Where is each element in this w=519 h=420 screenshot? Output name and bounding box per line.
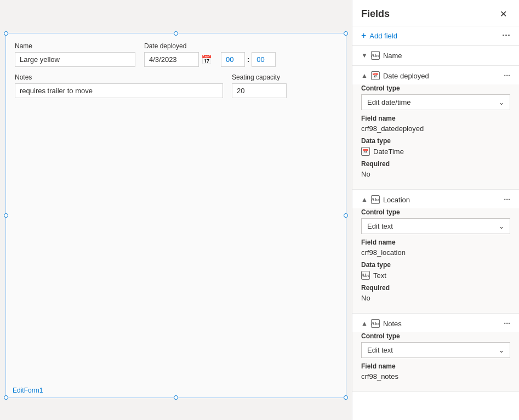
field-section-date-deployed: ▲ 📅 Date deployed ··· Control type Edit … [352,66,519,190]
resize-handle-top-right[interactable] [344,31,348,36]
location-label: Location [383,196,410,204]
notes-section-header[interactable]: ▲ Abc Notes ··· [352,314,519,332]
notes-field: Notes [15,73,223,98]
resize-handle-mid-left[interactable] [4,213,8,218]
required-row-loc: Required No [361,284,510,302]
date-deployed-field: Date deployed 📅 [144,42,212,67]
control-type-row: Control type Edit date/time ⌄ [361,84,510,110]
data-type-label-loc: Data type [361,261,510,269]
data-type-text-date: DateTime [373,147,404,156]
field-name-value-loc: crf98_location [361,248,510,257]
form-row-2: Notes Seating capacity [15,73,337,98]
field-name-label: Field name [361,115,510,122]
add-field-label: Add field [369,32,397,40]
dropdown-chevron-icon-notes: ⌄ [499,347,504,354]
required-value-loc: No [361,294,510,302]
required-row-date: Required No [361,160,510,178]
field-section-notes: ▲ Abc Notes ··· Control type Edit text ⌄… [352,314,519,392]
resize-handle-top-center[interactable] [174,31,178,36]
time-field: : [221,42,276,67]
seating-capacity-label: Seating capacity [232,73,287,81]
form-inner: Name Date deployed 📅 : [6,33,346,113]
data-type-text-loc: Text [373,271,386,280]
date-input[interactable] [144,52,199,67]
control-type-value-loc: Edit text [367,222,393,230]
resize-handle-bot-center[interactable] [174,395,178,400]
field-name-label-notes: Field name [361,362,510,370]
more-options-icon[interactable]: ··· [502,31,510,41]
notes-section-label: Notes [383,320,402,328]
form-area: Name Date deployed 📅 : [0,0,352,420]
form-label: EditForm1 [13,387,43,394]
location-more-icon[interactable]: ··· [504,196,510,203]
location-section-header[interactable]: ▲ Abc Location ··· [352,190,519,208]
field-name-row: Field name crf98_datedeployed [361,115,510,133]
panel-header: Fields ✕ [352,0,519,26]
time-hour-input[interactable] [221,52,245,67]
control-type-dropdown-loc[interactable]: Edit text ⌄ [361,218,510,234]
required-label-date: Required [361,160,510,168]
control-type-dropdown-notes[interactable]: Edit text ⌄ [361,342,510,358]
panel-title: Fields [361,8,390,20]
data-type-value-loc: Abc Text [361,271,510,280]
location-title: ▲ Abc Location [361,195,410,204]
location-body: Control type Edit text ⌄ Field name crf9… [352,208,519,313]
data-type-row-loc: Data type Abc Text [361,261,510,280]
location-type-icon: Abc [371,195,380,204]
date-wrapper: 📅 [144,52,212,67]
date-deployed-label: Date deployed [383,72,429,80]
time-wrapper: : [221,52,276,67]
seating-capacity-input[interactable] [232,83,287,98]
resize-handle-top-left[interactable] [4,31,8,36]
name-input[interactable] [15,52,135,67]
name-chevron-icon: ▼ [361,52,368,59]
location-chevron-icon: ▲ [361,196,368,203]
field-name-row-notes: Field name crf98_notes [361,362,510,381]
form-canvas: Name Date deployed 📅 : [5,33,346,398]
notes-type-icon: Abc [371,319,380,328]
required-label-loc: Required [361,284,510,292]
control-type-label-notes: Control type [361,332,510,340]
control-type-label: Control type [361,84,510,92]
control-type-dropdown[interactable]: Edit date/time ⌄ [361,94,510,110]
field-name-row-loc: Field name crf98_location [361,239,510,257]
resize-handle-bot-left[interactable] [4,395,8,400]
name-type-icon: Abc [371,51,380,60]
field-section-location: ▲ Abc Location ··· Control type Edit tex… [352,190,519,314]
date-deployed-title: ▲ 📅 Date deployed [361,71,429,80]
notes-input[interactable] [15,83,223,98]
resize-handle-bot-right[interactable] [344,395,348,400]
field-name-value-notes: crf98_notes [361,372,510,381]
add-field-button[interactable]: + Add field [361,31,397,41]
date-deployed-body: Control type Edit date/time ⌄ Field name… [352,84,519,189]
data-type-icon-loc: Abc [361,271,370,280]
time-separator: : [247,55,249,64]
date-deployed-section-header[interactable]: ▲ 📅 Date deployed ··· [352,66,519,84]
control-type-row-loc: Control type Edit text ⌄ [361,208,510,234]
data-type-value-date: 📅 DateTime [361,147,510,156]
field-section-name[interactable]: ▼ Abc Name [352,46,519,66]
control-type-value-notes: Edit text [367,346,393,354]
panel-scroll[interactable]: ▼ Abc Name ▲ 📅 Date deployed ··· Control… [352,46,519,420]
control-type-row-notes: Control type Edit text ⌄ [361,332,510,358]
notes-chevron-icon: ▲ [361,320,368,327]
notes-title: ▲ Abc Notes [361,319,402,328]
fields-panel: Fields ✕ + Add field ··· ▼ Abc Name ▲ 📅 … [352,0,519,420]
required-value-date: No [361,170,510,178]
field-name-label-loc: Field name [361,239,510,246]
time-minute-input[interactable] [252,52,276,67]
date-deployed-type-icon: 📅 [371,71,380,80]
date-deployed-more-icon[interactable]: ··· [504,72,510,80]
add-field-row: + Add field ··· [352,26,519,46]
control-type-label-loc: Control type [361,208,510,216]
name-section-title: ▼ Abc Name [361,51,402,60]
form-row-1: Name Date deployed 📅 : [15,42,337,67]
dropdown-chevron-icon: ⌄ [499,99,504,106]
resize-handle-mid-right[interactable] [344,213,348,218]
calendar-icon[interactable]: 📅 [201,54,212,65]
date-deployed-chevron-icon: ▲ [361,72,368,80]
dropdown-chevron-icon-loc: ⌄ [499,223,504,230]
close-button[interactable]: ✕ [497,8,510,20]
notes-more-icon[interactable]: ··· [504,320,510,327]
name-field: Name [15,42,135,67]
